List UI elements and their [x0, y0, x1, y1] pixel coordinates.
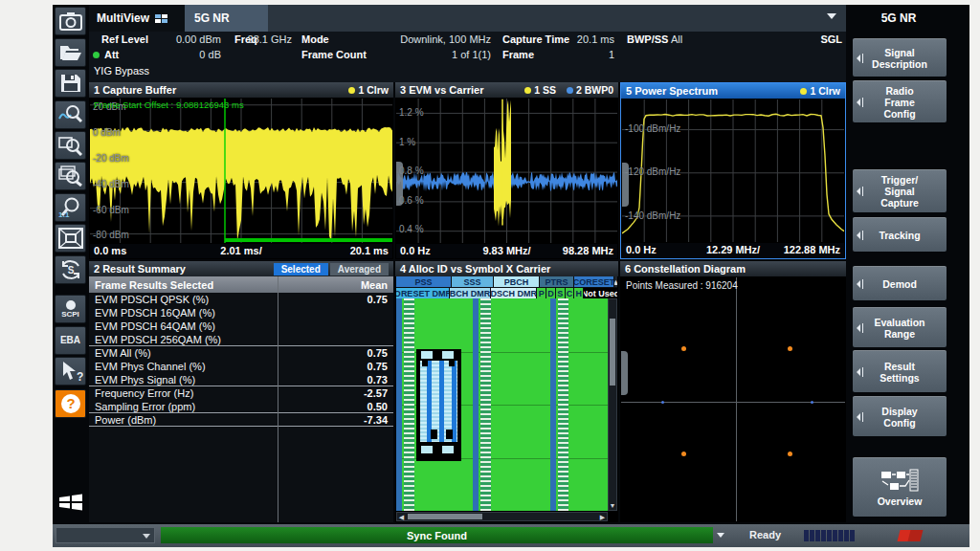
xaxis-stop: 20.1 ms — [350, 245, 389, 256]
zoom-area-button[interactable] — [55, 131, 86, 160]
status-bar: Sync Found Ready — [53, 524, 969, 547]
context-help-button[interactable]: ? — [55, 357, 86, 386]
legend-pss: PSS — [396, 276, 451, 287]
constellation-vertical-axis — [736, 277, 737, 521]
sidebar-item-trigger-signal-capture[interactable]: Trigger/ Signal Capture — [853, 169, 947, 212]
table-row[interactable]: Frequency Error (Hz)-2.57 — [89, 386, 393, 400]
freq-value[interactable]: 28.1 GHz — [233, 33, 292, 45]
group-separator — [89, 426, 393, 427]
alloc-id-legend: PSSSSSPBCHPTRSCORESET▲ CORESET DMRSPBCH … — [396, 276, 617, 298]
result-value: 0.75 — [368, 294, 388, 305]
open-button[interactable] — [55, 38, 86, 67]
settings-bar[interactable]: Ref Level 0.00 dBm Freq 28.1 GHz Mode Do… — [89, 32, 846, 82]
continuous-sweep-button[interactable]: S — [55, 255, 86, 284]
ref-level-value[interactable]: 0.00 dBm — [152, 33, 221, 45]
sidebar-header: 5G NR — [846, 5, 951, 32]
scroll-left-icon[interactable]: ◀ — [397, 514, 406, 520]
scpi-button[interactable]: SCPI — [55, 295, 86, 323]
softkey-arrow-icon — [857, 368, 860, 376]
softkey-arrow-icon — [857, 99, 860, 106]
alloc-id-titlebar[interactable]: 4 Alloc ID vs Symbol X Carrier — [395, 261, 618, 276]
sidebar-item-overview[interactable]: Overview — [853, 457, 947, 517]
power-spectrum-window-handle[interactable] — [622, 163, 629, 207]
power-spectrum-xaxis: 0.0 Hz 12.29 MHz/ 122.88 MHz — [622, 243, 844, 257]
softkey-sidebar: 5G NR Overview Signal DescriptionRadio F… — [846, 5, 969, 524]
power-spectrum-legend: 1 Clrw — [800, 85, 840, 97]
sidebar-item-demod[interactable]: Demod — [853, 266, 947, 300]
frame-value[interactable]: 1 — [572, 49, 614, 60]
power-spectrum-plot: -100 dBm/Hz-120 dBm/Hz-140 dBm/Hz — [622, 99, 844, 242]
table-row[interactable]: EVM PDSCH 64QAM (%) — [89, 320, 393, 333]
table-row[interactable]: EVM Phys Channel (%)0.75 — [89, 360, 393, 373]
multi-zoom-button[interactable] — [55, 162, 86, 190]
zoom-signal-icon — [58, 104, 83, 125]
zoom-signal-button[interactable] — [55, 100, 86, 129]
power-spectrum-titlebar[interactable]: 5 Power Spectrum 1 Clrw — [621, 83, 845, 99]
frame-count-value[interactable]: 1 of 1(1) — [367, 49, 491, 60]
constellation-window-handle[interactable] — [621, 351, 628, 395]
table-row[interactable]: Power (dBm)-7.34 — [89, 413, 393, 427]
camera-button[interactable] — [55, 7, 86, 35]
tab-5gnr[interactable]: 5G NR — [185, 5, 268, 32]
alloc-horizontal-scrollbar[interactable]: ◀ ▶ — [396, 512, 608, 521]
sidebar-item-label: Display Config — [881, 406, 917, 429]
alloc-id-plot — [396, 298, 617, 511]
scroll-right-icon[interactable]: ▶ — [598, 514, 607, 520]
table-row[interactable]: EVM Phys Signal (%)0.73 — [89, 373, 393, 386]
capture-buffer-titlebar[interactable]: 1 Capture Buffer 1 Clrw — [89, 82, 393, 98]
table-row[interactable]: EVM All (%)0.75 — [89, 346, 393, 360]
sidebar-item-display-config[interactable]: Display Config — [853, 396, 947, 436]
sidebar-item-tracking[interactable]: Tracking — [853, 217, 947, 252]
tab-averaged[interactable]: Averaged — [330, 263, 389, 276]
sidebar-item-label: Demod — [882, 278, 917, 290]
tab-multiview[interactable]: MultiView — [89, 5, 185, 32]
tabbar-dropdown-icon[interactable] — [827, 13, 836, 19]
xaxis-stop: 98.28 MHz — [563, 245, 613, 256]
table-row[interactable]: EVM PDSCH 256QAM (%) — [89, 333, 393, 346]
table-row[interactable]: EVM PDSCH 16QAM (%) — [89, 306, 393, 320]
mode-value[interactable]: Downlink, 100 MHz — [347, 33, 491, 45]
status-dropdown[interactable] — [56, 527, 155, 543]
eba-button[interactable]: EBA — [55, 326, 86, 355]
result-name: EVM Phys Channel (%) — [95, 361, 368, 372]
legend-s: S — [556, 288, 565, 298]
tab-selected[interactable]: Selected — [274, 263, 328, 276]
evm-xaxis: 0.0 Hz 9.83 MHz/ 98.28 MHz — [396, 244, 617, 258]
alloc-vertical-scrollbar[interactable]: ▼ — [608, 298, 617, 511]
status-caret-icon[interactable] — [717, 533, 724, 538]
scroll-up-icon[interactable]: ▲ — [614, 276, 617, 287]
table-row[interactable]: EVM PDSCH QPSK (%)0.75 — [89, 293, 393, 306]
evm-window-handle[interactable] — [396, 162, 403, 206]
window-evm-vs-carrier: 3 EVM vs Carrier 1 SS2 BWP0 1.2 %1 %0.8 … — [395, 82, 618, 259]
windows-button[interactable] — [55, 488, 86, 517]
softkey-bar-icon — [862, 412, 863, 422]
capture-buffer-plot: 20 dBm0 dBm-20 dBm-40 dBm-60 dBm-80 dBm … — [90, 99, 392, 243]
evm-titlebar[interactable]: 3 EVM vs Carrier 1 SS2 BWP0 — [395, 82, 618, 98]
window-result-summary: 2 Result Summary Selected Averaged Frame… — [89, 261, 393, 522]
sync-status-bar: Sync Found — [161, 527, 713, 543]
sidebar-item-result-settings[interactable]: Result Settings — [853, 350, 947, 392]
result-summary-titlebar[interactable]: 2 Result Summary Selected Averaged — [89, 261, 393, 276]
capture-time-value[interactable]: 20.1 ms — [572, 33, 614, 45]
table-row[interactable]: Sampling Error (ppm)0.50 — [89, 400, 393, 413]
alloc-hscroll-thumb[interactable] — [408, 514, 482, 519]
legend-c: C — [566, 288, 574, 298]
scroll-down-icon[interactable]: ▼ — [609, 501, 616, 510]
constellation-titlebar[interactable]: 6 Constellation Diagram — [620, 261, 846, 276]
help-button[interactable]: ? — [55, 389, 86, 418]
result-value: -7.34 — [364, 414, 388, 426]
trace-dot-icon — [567, 87, 573, 94]
bwp-value[interactable]: All — [671, 33, 682, 45]
alloc-vscroll-thumb[interactable] — [610, 319, 615, 386]
sidebar-item-evaluation-range[interactable]: Evaluation Range — [853, 307, 947, 347]
chevron-down-icon — [143, 534, 150, 539]
save-button[interactable] — [55, 69, 86, 98]
result-value: -2.57 — [364, 387, 388, 399]
zoom-1-1-button[interactable]: 1:1 — [55, 193, 86, 222]
sidebar-item-signal-description[interactable]: Signal Description — [853, 38, 947, 77]
fullscreen-button[interactable] — [55, 224, 86, 253]
evm-legend: 1 SS2 BWP0 — [517, 84, 613, 96]
legend-item: 1 SS — [524, 84, 556, 96]
att-value[interactable]: 0 dB — [152, 49, 221, 60]
sidebar-item-radio-frame-config[interactable]: Radio Frame Config — [853, 80, 947, 122]
